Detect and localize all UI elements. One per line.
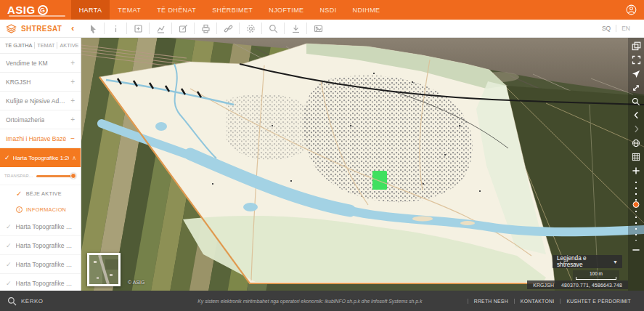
sandbar — [460, 221, 475, 225]
download-tool-icon[interactable] — [284, 23, 306, 34]
map-side-toolbar — [628, 38, 644, 291]
check-icon: ✓ — [6, 242, 12, 249]
print-tool-icon[interactable] — [194, 23, 216, 34]
basemap-switcher-icon[interactable] — [631, 41, 641, 51]
zoom-box-icon[interactable] — [631, 97, 641, 106]
transparency-slider[interactable] — [36, 175, 74, 177]
zoom-slider-handle[interactable] — [633, 201, 640, 208]
zoom-out-icon[interactable] — [631, 245, 641, 254]
nav-item-njoftime[interactable]: NJOFTIME — [261, 0, 311, 20]
asig-logo[interactable]: ASIG G — [0, 0, 58, 20]
check-icon: ✓ — [6, 223, 12, 230]
search-tool-icon[interactable] — [261, 23, 284, 34]
group-vendime-km[interactable]: Vendime te KM+ — [0, 54, 81, 73]
collapse-panel-icon[interactable]: ‹ — [70, 23, 81, 35]
make-active-action[interactable]: ✓ BËJE AKTIVE — [0, 185, 81, 202]
top-nav: ASIG G HARTA TEMAT TË DHËNAT SHËRBIMET N… — [0, 0, 644, 20]
layer-harta-topografike-50k[interactable]: ✓Harta Topografike 1:50... — [0, 255, 81, 274]
lang-en-button[interactable]: EN — [616, 25, 635, 32]
language-switch: SQ EN — [597, 25, 644, 32]
zoom-slider[interactable] — [628, 179, 644, 241]
overview-inset-map[interactable] — [87, 253, 121, 286]
nav-item-harta[interactable]: HARTA — [71, 0, 110, 20]
share-link-tool-icon[interactable] — [216, 23, 239, 34]
slider-handle[interactable] — [70, 173, 76, 179]
group-ortoimazheria[interactable]: Ortoimazheria+ — [0, 110, 81, 129]
group-kufijte[interactable]: Kufijtë e Njësive Administra...+ — [0, 92, 81, 110]
measure-tool-icon[interactable] — [149, 23, 171, 34]
group-krgjsh[interactable]: KRGJSH+ — [0, 73, 81, 92]
logo-text: ASIG — [7, 4, 36, 16]
tab-aktive[interactable]: AKTIVE — [57, 42, 81, 49]
lang-sq-button[interactable]: SQ — [597, 25, 616, 32]
sidebar-tabs: TË GJITHA TEMAT AKTIVE ⚙ — [0, 38, 81, 54]
asig-geoportal: ASIG G HARTA TEMAT TË DHËNAT SHËRBIMET N… — [0, 0, 644, 311]
transparency-label: TRANSPAR... — [4, 174, 33, 178]
full-extent-icon[interactable] — [631, 83, 641, 92]
search-area — [7, 296, 152, 306]
scale-bracket — [576, 277, 616, 280]
add-layer-tool-icon[interactable] — [126, 23, 149, 34]
collapse-layer-icon[interactable]: ∧ — [72, 155, 76, 161]
group-imazhi-hartave-baze[interactable]: Imazhi i Hartave Bazë− — [0, 129, 81, 148]
edit-tool-icon[interactable] — [171, 23, 194, 34]
screenshot-tool-icon[interactable] — [306, 23, 329, 34]
settings-tool-icon[interactable] — [239, 23, 261, 34]
tab-te-gjitha[interactable]: TË GJITHA — [3, 42, 34, 49]
zoom-in-icon[interactable] — [631, 166, 641, 175]
panel-title-label: SHTRESAT — [21, 25, 62, 33]
plus-icon: + — [70, 78, 75, 86]
nav-items: HARTA TEMAT TË DHËNAT SHËRBIMET NJOFTIME… — [71, 0, 388, 20]
transparency-row: TRANSPAR... — [0, 167, 81, 185]
link-kontaktoni[interactable]: KONTAKTONI — [514, 299, 561, 304]
grid-icon[interactable] — [631, 152, 641, 161]
chevron-down-icon: ▼ — [613, 259, 618, 264]
nav-item-te-dhenat[interactable]: TË DHËNAT — [149, 0, 204, 20]
bottom-bar: Ky sistem elektronik mirëmbahet nga oper… — [0, 291, 644, 311]
check-icon: ✓ — [16, 190, 23, 198]
globe-icon[interactable] — [631, 138, 641, 148]
layer-harta-topografike-10k[interactable]: ✓Harta Topografike 1:10... — [0, 217, 81, 236]
panel-title: SHTRESAT — [0, 24, 70, 33]
coordinates-bar: KRGJSH 480370.771, 4586643.748 — [527, 280, 628, 289]
active-layer-harta-topografike-20k[interactable]: ✓ Harta Topografike 1:20... ∧ — [0, 148, 81, 167]
select-tool-icon[interactable] — [81, 23, 104, 34]
nav-item-temat[interactable]: TEMAT — [110, 0, 149, 20]
minus-icon: − — [70, 134, 75, 142]
user-account-icon[interactable] — [626, 0, 644, 20]
pond — [243, 203, 258, 211]
coordinates-value: 480370.771, 4586643.748 — [561, 283, 622, 288]
nav-item-nsdi[interactable]: NSDI — [311, 0, 344, 20]
scale-bar: 100 m — [573, 270, 619, 280]
previous-extent-icon[interactable] — [631, 110, 641, 120]
fullscreen-icon[interactable] — [631, 55, 641, 65]
check-icon: ✓ — [6, 261, 12, 268]
legend-dropdown[interactable]: Legjenda e shtresave ▼ — [553, 255, 622, 268]
info-icon: i — [16, 206, 23, 213]
locate-me-icon[interactable] — [631, 69, 641, 78]
layers-sidebar: TË GJITHA TEMAT AKTIVE ⚙ Vendime te KM+ … — [0, 38, 81, 291]
plus-icon: + — [70, 59, 75, 67]
layer-information-action[interactable]: i INFORMACION — [0, 202, 81, 217]
city-west — [227, 94, 316, 160]
search-input[interactable] — [21, 298, 123, 304]
link-kushtet[interactable]: KUSHTET E PËRDORIMIT — [560, 299, 637, 304]
next-extent-icon[interactable] — [631, 124, 641, 134]
nav-item-sherbimet[interactable]: SHËRBIMET — [204, 0, 261, 20]
info-tool-icon[interactable] — [104, 23, 126, 34]
layer-harta-topografike-50k-2[interactable]: ✓Harta Topografike 1:50... — [0, 274, 81, 291]
stadium-green — [372, 171, 387, 190]
footer-links: RRETH NESH KONTAKTONI KUSHTET E PËRDORIM… — [468, 299, 637, 304]
nav-item-ndihme[interactable]: NDIHME — [345, 0, 388, 20]
pond — [155, 122, 167, 131]
link-rreth-nesh[interactable]: RRETH NESH — [468, 299, 514, 304]
tab-temat[interactable]: TEMAT — [34, 42, 57, 49]
layer-harta-topografike-25k[interactable]: ✓Harta Topografike 1:25... — [0, 236, 81, 255]
tool-buttons — [81, 23, 329, 34]
search-icon — [7, 296, 17, 306]
map-artwork — [81, 38, 644, 291]
layers-icon — [6, 24, 17, 33]
map-toolbar: SHTRESAT ‹ — [0, 20, 644, 38]
map-canvas[interactable]: © ASIG Legjenda e shtresave ▼ 100 m KRGJ… — [81, 38, 644, 291]
crs-label: KRGJSH — [533, 283, 554, 288]
